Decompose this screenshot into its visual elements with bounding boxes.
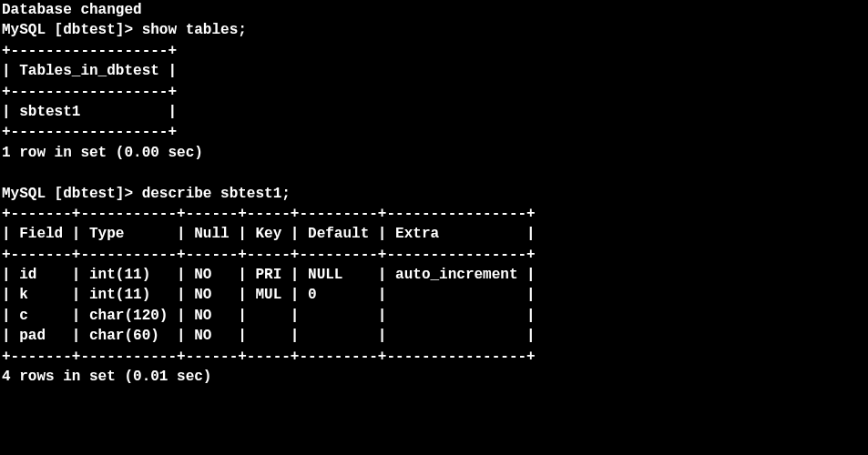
blank-line bbox=[2, 165, 11, 181]
table-row: | pad | char(60) | NO | | | | bbox=[2, 328, 536, 344]
table-row: | id | int(11) | NO | PRI | NULL | auto_… bbox=[2, 267, 536, 283]
table-border: +-------+-----------+------+-----+------… bbox=[2, 349, 536, 365]
table-border: +------------------+ bbox=[2, 43, 177, 59]
table-row: | k | int(11) | NO | MUL | 0 | | bbox=[2, 287, 536, 303]
table-border: +------------------+ bbox=[2, 84, 177, 100]
table-border: +------------------+ bbox=[2, 124, 177, 140]
mysql-prompt: MySQL [dbtest]> bbox=[2, 22, 142, 38]
result-summary: 1 row in set (0.00 sec) bbox=[2, 145, 203, 161]
table-border: +-------+-----------+------+-----+------… bbox=[2, 206, 536, 222]
table-header-describe: | Field | Type | Null | Key | Default | … bbox=[2, 226, 536, 242]
status-line: Database changed bbox=[2, 2, 142, 18]
command-show-tables: show tables; bbox=[142, 22, 247, 38]
result-summary: 4 rows in set (0.01 sec) bbox=[2, 369, 211, 385]
table-row: | sbtest1 | bbox=[2, 104, 177, 120]
command-describe: describe sbtest1; bbox=[142, 186, 291, 202]
table-border: +-------+-----------+------+-----+------… bbox=[2, 247, 536, 263]
mysql-prompt: MySQL [dbtest]> bbox=[2, 186, 142, 202]
table-header-tables-in-dbtest: | Tables_in_dbtest | bbox=[2, 63, 177, 79]
table-row: | c | char(120) | NO | | | | bbox=[2, 308, 536, 324]
terminal-output[interactable]: Database changed MySQL [dbtest]> show ta… bbox=[0, 0, 868, 387]
